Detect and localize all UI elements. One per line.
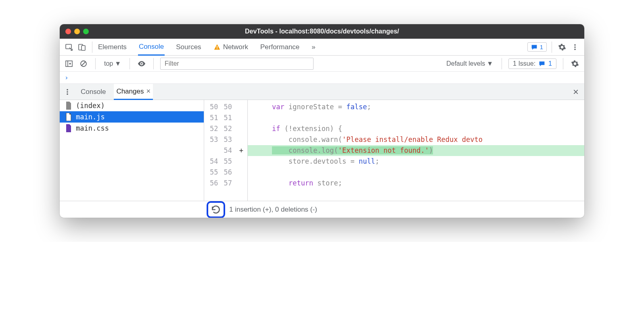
svg-point-6 — [574, 46, 576, 48]
code-line: return store; — [248, 178, 584, 189]
file-icon — [65, 113, 72, 121]
file-item[interactable]: main.css — [60, 123, 204, 134]
file-name: (index) — [76, 102, 105, 110]
svg-point-7 — [574, 48, 576, 50]
close-drawer-icon[interactable]: × — [573, 86, 582, 98]
issues-counter[interactable]: 1 Issue: 1 — [508, 58, 556, 69]
devtools-window: DevTools - localhost:8080/docs/devtools/… — [60, 24, 584, 218]
console-toolbar: top ▼ Default levels ▼ 1 Issue: 1 — [60, 56, 584, 72]
issue-count: 1 — [540, 44, 543, 50]
svg-point-13 — [67, 93, 68, 95]
window-title: DevTools - localhost:8080/docs/devtools/… — [245, 28, 399, 35]
clear-console-icon[interactable] — [78, 58, 89, 69]
changes-panel: (index)main.jsmain.css 50515253 545556 5… — [60, 100, 584, 201]
undo-icon — [211, 204, 221, 215]
titlebar: DevTools - localhost:8080/docs/devtools/… — [60, 24, 584, 39]
device-toolbar-icon[interactable] — [77, 42, 87, 52]
file-item[interactable]: (index) — [60, 100, 204, 111]
diff-view: 50515253 545556 5051525354555657 + var i… — [204, 100, 584, 201]
code-line — [248, 112, 584, 123]
divider — [563, 58, 563, 69]
divider — [92, 42, 92, 53]
diff-summary: 1 insertion (+), 0 deletions (-) — [229, 206, 317, 214]
tab-network[interactable]: Network — [213, 39, 249, 56]
console-settings-icon[interactable] — [570, 58, 580, 69]
tab-elements[interactable]: Elements — [97, 39, 128, 56]
main-toolbar: Elements Console Sources Network Perform… — [60, 39, 584, 56]
code-line — [248, 167, 584, 178]
code-line: console.warn('Please install/enable Redu… — [248, 134, 584, 145]
svg-rect-0 — [66, 44, 71, 49]
chevron-down-icon: ▼ — [487, 60, 493, 67]
drawer-tab-console[interactable]: Console — [78, 84, 108, 100]
tab-console[interactable]: Console — [138, 39, 165, 56]
svg-point-10 — [141, 63, 142, 65]
maximize-window-button[interactable] — [83, 29, 89, 34]
drawer-tab-changes[interactable]: Changes × — [114, 84, 153, 100]
chevron-down-icon: ▼ — [115, 60, 121, 67]
file-name: main.css — [76, 124, 109, 132]
window-controls — [65, 29, 89, 34]
minimize-window-button[interactable] — [74, 29, 80, 34]
code-line: var ignoreState = false; — [248, 102, 584, 112]
issues-label: 1 Issue: — [513, 60, 535, 67]
warning-icon — [213, 44, 221, 51]
close-window-button[interactable] — [65, 29, 71, 34]
drawer-toolbar: Console Changes × × — [60, 84, 584, 100]
divider — [552, 42, 552, 53]
issues-badge[interactable]: 1 — [527, 42, 547, 52]
inspect-element-icon[interactable] — [64, 42, 74, 52]
drawer-kebab-icon[interactable] — [62, 87, 73, 97]
kebab-menu-icon[interactable] — [570, 42, 580, 52]
more-tabs-button[interactable]: » — [311, 39, 316, 56]
message-icon — [539, 60, 545, 67]
tab-performance[interactable]: Performance — [259, 39, 300, 56]
close-icon[interactable]: × — [146, 87, 151, 96]
code-line: console.log('Extension not found.') — [248, 145, 584, 156]
svg-point-12 — [67, 91, 68, 93]
panel-tabs: Elements Console Sources Network Perform… — [97, 39, 316, 56]
console-sidebar-toggle-icon[interactable] — [64, 58, 74, 69]
svg-point-5 — [574, 44, 576, 46]
file-icon — [65, 102, 72, 110]
console-prompt[interactable]: › — [60, 72, 584, 84]
file-icon — [65, 124, 72, 132]
issues-count-value: 1 — [548, 60, 552, 67]
file-name: main.js — [76, 113, 105, 121]
svg-point-11 — [67, 89, 68, 90]
line-gutter: 50515253 545556 5051525354555657 + — [204, 100, 248, 201]
code-line: store.devtools = null; — [248, 156, 584, 167]
file-item[interactable]: main.js — [60, 111, 204, 123]
code-line: if (!extension) { — [248, 123, 584, 134]
filter-input[interactable] — [160, 58, 314, 70]
files-sidebar: (index)main.jsmain.css — [60, 100, 204, 201]
svg-rect-4 — [217, 48, 217, 49]
code-lines: var ignoreState = false;if (!extension) … — [248, 100, 584, 201]
revert-button[interactable] — [207, 201, 225, 218]
divider — [95, 58, 96, 69]
context-selector[interactable]: top ▼ — [102, 59, 123, 69]
settings-icon[interactable] — [557, 42, 567, 52]
svg-rect-3 — [217, 46, 217, 48]
log-levels-selector[interactable]: Default levels ▼ — [444, 59, 495, 69]
divider — [130, 58, 130, 69]
svg-rect-2 — [82, 46, 85, 50]
tab-sources[interactable]: Sources — [175, 39, 202, 56]
changes-status-bar: 1 insertion (+), 0 deletions (-) — [60, 201, 584, 218]
live-expression-icon[interactable] — [136, 58, 147, 69]
divider — [502, 58, 502, 69]
divider — [153, 58, 154, 69]
message-icon — [531, 44, 537, 50]
